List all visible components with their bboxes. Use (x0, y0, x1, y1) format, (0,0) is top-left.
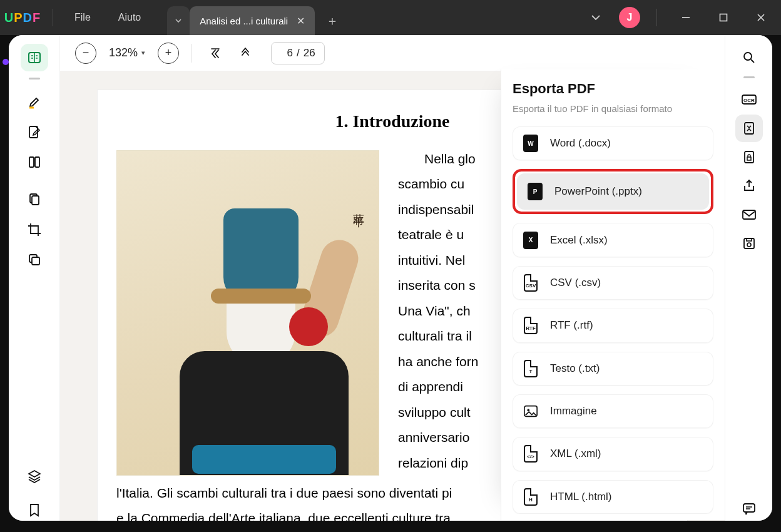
svg-point-17 (747, 243, 751, 247)
export-option-csv[interactable]: CSVCSV (.csv) (513, 266, 713, 300)
tool-page-layout[interactable] (21, 148, 48, 176)
tool-crop[interactable] (21, 216, 48, 243)
prev-page-button[interactable] (235, 43, 256, 64)
tool-reader-mode[interactable] (21, 44, 48, 71)
separator (656, 9, 657, 26)
page-current: 6 (280, 47, 293, 59)
menu-help[interactable]: Aiuto (105, 0, 155, 35)
export-option-label: CSV (.csv) (550, 277, 601, 289)
img-file-icon (523, 402, 539, 421)
zoom-level-dropdown[interactable]: 132% ▾ (105, 46, 149, 59)
page-separator: / (297, 47, 300, 59)
word-file-icon (523, 134, 539, 153)
share-icon[interactable] (735, 172, 763, 200)
xlsx-file-icon (523, 231, 539, 250)
export-options-list: Word (.docx)PowerPoint (.pptx)Excel (.xl… (513, 126, 713, 514)
xml-file-icon: </> (523, 444, 539, 463)
save-icon[interactable] (735, 230, 763, 257)
svg-rect-0 (720, 14, 727, 21)
export-option-rtf[interactable]: RTFRTF (.rtf) (513, 309, 713, 342)
export-option-txt[interactable]: TTesto (.txt) (513, 352, 713, 386)
active-tab[interactable]: Analisi ed ...i culturali ✕ (190, 6, 315, 35)
title-dropdown-button[interactable] (581, 5, 610, 30)
separator (191, 44, 192, 63)
account-avatar[interactable]: J (615, 5, 644, 30)
viewer-toolbar: − 132% ▾ + 6 / 26 (60, 35, 725, 71)
export-option-xml[interactable]: </>XML (.xml) (513, 437, 713, 471)
active-tab-title: Analisi ed ...i culturali (200, 16, 288, 26)
zoom-out-button[interactable]: − (75, 43, 96, 64)
svg-point-21 (527, 409, 529, 411)
window-minimize-button[interactable] (670, 5, 702, 30)
window-close-button[interactable] (745, 5, 777, 30)
rtf-file-icon: RTF (523, 316, 539, 335)
title-bar: UPDF File Aiuto Analisi ed ...i cultural… (0, 0, 781, 35)
export-option-label: HTML (.html) (550, 491, 612, 503)
export-option-pptx[interactable]: PowerPoint (.pptx) (517, 173, 709, 210)
bookmark-icon[interactable] (21, 496, 48, 521)
app-shell: − 132% ▾ + 6 / 26 1. Introduzione (9, 35, 772, 521)
export-option-label: XML (.xml) (550, 448, 601, 460)
export-option-xlsx[interactable]: Excel (.xlsx) (513, 223, 713, 257)
export-option-label: Immagine (550, 405, 597, 417)
sidebar-divider (743, 76, 755, 78)
spacer (21, 178, 48, 183)
export-option-label: Excel (.xlsx) (550, 234, 608, 247)
app-indicator-pip (3, 59, 9, 65)
csv-file-icon: CSV (523, 274, 539, 292)
svg-rect-6 (32, 196, 39, 205)
layers-icon[interactable] (21, 463, 48, 490)
export-option-word[interactable]: Word (.docx) (513, 126, 713, 160)
svg-rect-4 (35, 157, 39, 167)
tab-stub-dropdown[interactable] (167, 6, 190, 35)
export-panel: Esporta PDF Esporta il tuo PDF in qualsi… (501, 69, 725, 520)
export-option-label: Testo (.txt) (550, 362, 600, 375)
chevron-down-icon: ▾ (141, 49, 145, 57)
comments-icon[interactable] (735, 495, 763, 521)
app-logo: UPDF (0, 11, 45, 25)
svg-rect-3 (29, 157, 34, 167)
pptx-file-icon (527, 182, 543, 201)
zoom-level-value: 132% (109, 46, 138, 59)
export-option-img[interactable]: Immagine (513, 394, 713, 428)
svg-rect-2 (29, 126, 38, 138)
right-sidebar: OCR (725, 35, 772, 521)
tool-batch[interactable] (21, 246, 48, 274)
new-tab-button[interactable]: ＋ (321, 6, 344, 35)
page-indicator[interactable]: 6 / 26 (271, 42, 325, 64)
ocr-icon[interactable]: OCR (735, 86, 763, 113)
menu-file[interactable]: File (61, 0, 105, 35)
first-page-button[interactable] (205, 43, 226, 64)
protect-icon[interactable] (735, 143, 763, 171)
export-option-label: RTF (.rtf) (550, 319, 593, 332)
separator (53, 9, 53, 26)
html-file-icon: H (523, 488, 539, 506)
svg-rect-8 (32, 257, 39, 265)
export-option-pptx-highlighted[interactable]: PowerPoint (.pptx) (513, 169, 713, 214)
export-panel-title: Esporta PDF (513, 81, 713, 97)
email-icon[interactable] (735, 201, 763, 228)
document-figure: 蔣平 (116, 150, 379, 476)
export-panel-subtitle: Esporta il tuo PDF in qualsiasi formato (513, 103, 713, 114)
figure-caption: 蔣平 (347, 205, 369, 212)
zoom-in-button[interactable]: + (158, 43, 179, 64)
export-icon[interactable] (735, 115, 763, 142)
export-option-label: Word (.docx) (550, 137, 611, 150)
svg-text:OCR: OCR (743, 98, 755, 103)
svg-rect-14 (747, 157, 751, 160)
txt-file-icon: T (523, 359, 539, 378)
search-icon[interactable] (735, 44, 763, 71)
left-sidebar (9, 35, 60, 521)
close-tab-icon[interactable]: ✕ (297, 15, 305, 27)
svg-point-9 (744, 53, 752, 60)
tool-annotate[interactable] (21, 118, 48, 146)
svg-rect-15 (743, 210, 755, 219)
sidebar-divider (29, 78, 40, 79)
page-total: 26 (304, 47, 315, 59)
export-option-html[interactable]: HHTML (.html) (513, 480, 713, 514)
tool-highlighter[interactable] (21, 88, 48, 116)
tool-organize-pages[interactable] (21, 186, 48, 213)
window-maximize-button[interactable] (707, 5, 740, 30)
tab-strip: Analisi ed ...i culturali ✕ ＋ (167, 0, 344, 35)
svg-rect-19 (743, 504, 755, 512)
